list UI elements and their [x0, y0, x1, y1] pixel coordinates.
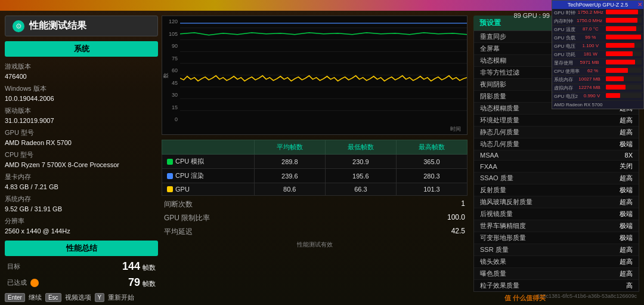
system-section-header: 系统 — [5, 41, 158, 57]
cpu-render-max: 280.3 — [396, 169, 467, 183]
deformable-terrain-label: 可变形地形质量 — [480, 233, 526, 242]
achieved-fps-label: 已达成 — [7, 278, 27, 287]
continue-label[interactable]: 继续 — [29, 293, 42, 302]
fullscreen-label: 全屏幕 — [480, 44, 500, 53]
resolution-value: 2560 x 1440 @ 144Hz — [5, 226, 158, 236]
msaa-label: MSAA — [480, 152, 499, 159]
anisotropic-label: 非等方性过滤 — [480, 68, 519, 77]
shadow-quality-label: 阴影质量 — [480, 92, 506, 101]
mirror-quality-label: 后视镜质量 — [480, 210, 513, 218]
driver-version-block: 驱动版本 31.0.12019.9007 — [5, 104, 158, 127]
env-quality-value: 超高 — [620, 116, 633, 125]
game-version-value: 476400 — [5, 72, 158, 82]
fps-chart: 120 105 90 75 60 45 30 15 0 — [162, 16, 467, 135]
settings-hash: 618c1381-6fc5-41b6-a36b-53a8c126609c — [473, 292, 639, 300]
gpuz-bar — [606, 18, 637, 23]
fxaa-value: 关闭 — [620, 162, 633, 171]
left-panel: ⚙ 性能测试结果 系统 游戏版本 476400 Windows 版本 10.0.… — [0, 11, 158, 305]
gpuz-close-button[interactable]: ✕ — [637, 1, 642, 8]
deformable-terrain-value: 极端 — [620, 233, 633, 242]
windows-version-block: Windows 版本 10.0.19044.2006 — [5, 82, 158, 104]
gpuz-bar-container — [606, 26, 642, 31]
env-quality-label: 环境处理质量 — [480, 116, 519, 125]
gpu-limit-value: 100.0 — [447, 213, 465, 223]
game-version-label: 游戏版本 — [5, 61, 158, 72]
gpuz-bar — [606, 76, 624, 81]
y-key[interactable]: Y — [95, 293, 105, 302]
ssr-label: SSR 质量 — [480, 245, 509, 254]
table-row: CPU 渲染 239.6 195.6 280.3 — [162, 169, 467, 183]
static-geo-value: 超高 — [620, 128, 633, 137]
avg-latency-label: 平均延迟 — [164, 227, 193, 237]
enter-key[interactable]: Enter — [5, 293, 25, 302]
gpu-label: GPU — [175, 186, 190, 193]
stats-col-header-legend — [162, 140, 255, 155]
gpuz-bar — [606, 10, 638, 14]
interrupts-label: 间断次数 — [164, 199, 193, 210]
vsync-label: 垂直同步 — [480, 32, 506, 41]
gpuz-row: 显存使用 5971 MB — [552, 59, 643, 67]
cpu-sim-min: 230.9 — [325, 155, 396, 169]
top-color-bar — [0, 0, 644, 11]
stats-table: 平均帧数 最低帧数 最高帧数 CPU 模拟 289.8 230.9 365.0 — [162, 140, 467, 196]
title-bar: ⚙ 性能测试结果 — [5, 16, 158, 36]
avg-latency-row: 平均延迟 42.5 — [162, 226, 467, 238]
gpu-min: 66.3 — [325, 183, 396, 196]
table-row: GPU 80.6 66.3 101.3 — [162, 183, 467, 196]
chart-y-label: 数 — [162, 73, 170, 78]
main-container: ⚙ 性能测试结果 系统 游戏版本 476400 Windows 版本 10.0.… — [0, 11, 644, 305]
video-options-label[interactable]: 视频选项 — [65, 293, 91, 302]
setting-lens-flare: 镜头效果 超高 — [474, 256, 639, 268]
cpu-render-dot — [167, 173, 173, 179]
static-geo-label: 静态几何质量 — [480, 128, 519, 137]
esc-key[interactable]: Esc — [45, 293, 61, 302]
avg-latency-value: 42.5 — [451, 227, 465, 237]
gpuz-bar — [606, 26, 636, 31]
setting-fxaa: FXAA 关闭 — [474, 161, 639, 172]
resolution-block: 分辨率 2560 x 1440 @ 144Hz — [5, 215, 158, 237]
dynamic-geo-label: 动态几何质量 — [480, 140, 519, 149]
motion-blur-quality-label: 动态模糊质量 — [480, 104, 519, 113]
gpu-limit-row: GPU 限制比率 100.0 — [162, 212, 467, 224]
gpuz-bar-container — [606, 68, 642, 73]
gpuz-bar-container — [606, 93, 642, 98]
restart-label[interactable]: 重新开始 — [108, 293, 134, 302]
ram-label: 系统内存 — [5, 194, 158, 204]
gpuz-row: GPU 电压2 0.990 V — [552, 93, 643, 101]
cpu-model-label: CPU 型号 — [5, 150, 158, 160]
gpuz-row: GPU 负载 99 % — [552, 34, 643, 42]
exposure-label: 曝色质量 — [480, 269, 506, 278]
reflection-value: 极端 — [620, 186, 633, 195]
cpu-render-label: CPU 渲染 — [175, 171, 204, 180]
bottom-buttons: Enter 继续 Esc 视频选项 Y 重新开始 — [5, 291, 158, 304]
chart-svg — [180, 16, 467, 122]
lens-flare-value: 超高 — [620, 257, 633, 266]
windows-version-value: 10.0.19044.2006 — [5, 94, 158, 104]
gpuz-bar-container — [606, 18, 642, 23]
gpuz-row: 内存时钟 1750.0 MHz — [552, 17, 643, 26]
gpu-dot — [167, 186, 173, 192]
gpuz-bar-container — [606, 51, 642, 56]
gpuz-row: 虚拟内存 12274 MB — [552, 84, 643, 93]
windshield-reflection-label: 抛风玻璃反射质量 — [480, 198, 532, 207]
stats-col-header-min: 最低帧数 — [325, 140, 396, 155]
setting-reflection: 反射质量 极端 — [474, 184, 639, 196]
cpu-render-legend: CPU 渲染 — [167, 171, 249, 180]
gpuz-bar-container — [606, 85, 642, 90]
cpu-model-block: CPU 型号 AMD Ryzen 7 5700X 8-Core Processo… — [5, 149, 158, 171]
setting-dynamic-geo: 动态几何质量 极端 — [474, 138, 639, 150]
setting-world-car-detail: 世界车辆精细度 极端 — [474, 220, 639, 232]
cpu-render-min: 195.6 — [325, 169, 396, 183]
gpu-avg: 80.6 — [254, 183, 325, 196]
gpuz-bar — [606, 85, 626, 90]
gpu-model-block: GPU 型号 AMD Radeon RX 5700 — [5, 127, 158, 149]
setting-msaa: MSAA 8X — [474, 150, 639, 161]
interrupts-row: 间断次数 1 — [162, 198, 467, 211]
windshield-reflection-value: 超高 — [620, 198, 633, 207]
gpuz-bar-container — [606, 10, 642, 14]
gpuz-bar — [606, 93, 620, 98]
target-fps-row: 目标 144 帧数 — [5, 258, 158, 275]
lens-flare-label: 镜头效果 — [480, 257, 506, 266]
driver-version-label: 驱动版本 — [5, 106, 158, 116]
gpuz-row: CPU 使用率 62 % — [552, 67, 643, 76]
